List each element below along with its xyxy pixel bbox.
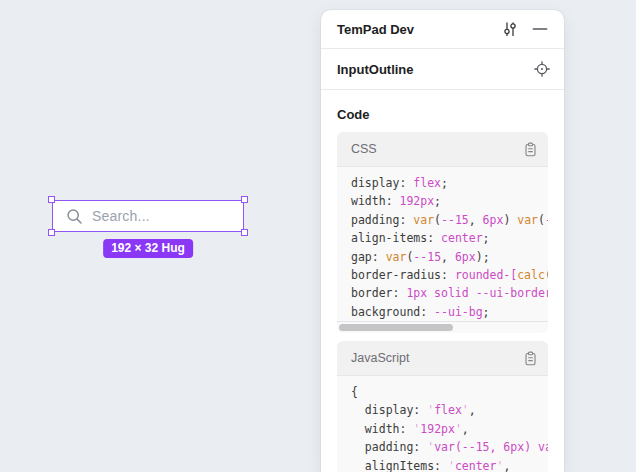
css-block-header: CSS: [337, 132, 548, 167]
js-block-header: JavaScript: [337, 341, 548, 376]
js-block-label: JavaScript: [351, 351, 522, 365]
css-horizontal-scrollbar[interactable]: [337, 321, 548, 333]
copy-icon: [523, 142, 538, 157]
css-code-block: CSS display: flex;width: 192px;padding: …: [337, 132, 548, 333]
sliders-icon: [502, 21, 518, 37]
copy-js-button[interactable]: [522, 350, 539, 367]
css-block-label: CSS: [351, 142, 522, 156]
minus-icon: [532, 21, 548, 37]
component-name: InputOutline: [337, 62, 533, 77]
settings-button[interactable]: [501, 21, 518, 38]
search-input[interactable]: Search...: [52, 200, 244, 232]
selection-size-badge: 192 × 32 Hug: [103, 239, 193, 258]
selected-component-row: InputOutline: [321, 49, 564, 90]
selection-handle-top-left[interactable]: [48, 196, 55, 203]
copy-css-button[interactable]: [522, 141, 539, 158]
magnifier-icon: [66, 208, 83, 225]
selection-handle-bottom-left[interactable]: [48, 229, 55, 236]
locate-component-button[interactable]: [533, 61, 550, 78]
locate-icon: [534, 61, 550, 77]
selection-handle-bottom-right[interactable]: [241, 229, 248, 236]
search-placeholder-text: Search...: [92, 208, 150, 224]
screenshot-root: Search... 192 × 32 Hug TemPad Dev: [0, 0, 636, 472]
minimize-button[interactable]: [531, 21, 548, 38]
selection-handle-top-right[interactable]: [241, 196, 248, 203]
tempad-dev-panel: TemPad Dev: [321, 10, 564, 472]
css-scrollbar-thumb[interactable]: [339, 324, 453, 331]
panel-header: TemPad Dev: [321, 10, 564, 49]
copy-icon: [523, 351, 538, 366]
js-code[interactable]: { display: 'flex', width: '192px', paddi…: [337, 376, 548, 472]
js-code-block: JavaScript { display: 'flex', width: '19…: [337, 341, 548, 472]
panel-title: TemPad Dev: [337, 22, 501, 37]
code-section-label: Code: [337, 107, 548, 122]
css-code[interactable]: display: flex;width: 192px;padding: var(…: [337, 167, 548, 321]
